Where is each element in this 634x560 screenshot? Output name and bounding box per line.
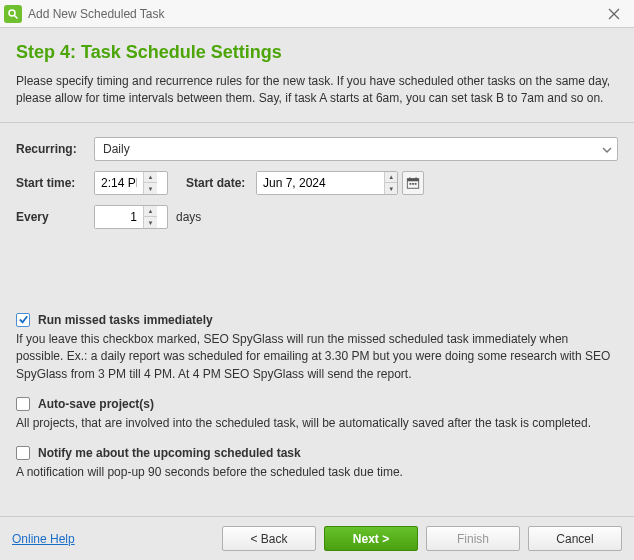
form-area: Recurring: Daily Start time: ▲ ▼ Start d… bbox=[0, 123, 634, 305]
svg-rect-10 bbox=[415, 183, 417, 185]
titlebar: Add New Scheduled Task bbox=[0, 0, 634, 28]
svg-point-0 bbox=[9, 10, 15, 16]
start-time-label: Start time: bbox=[16, 176, 94, 190]
option-run-missed: Run missed tasks immediately If you leav… bbox=[16, 313, 618, 383]
time-spinner[interactable]: ▲ ▼ bbox=[143, 172, 157, 194]
start-time-field[interactable] bbox=[95, 172, 143, 194]
notify-desc: A notification will pop-up 90 seconds be… bbox=[16, 464, 618, 481]
notify-checkbox[interactable] bbox=[16, 446, 30, 460]
cancel-button[interactable]: Cancel bbox=[528, 526, 622, 551]
window-title: Add New Scheduled Task bbox=[28, 7, 600, 21]
every-field[interactable] bbox=[95, 206, 143, 228]
spin-up-icon[interactable]: ▲ bbox=[144, 172, 157, 184]
footer: Online Help < Back Next > Finish Cancel bbox=[0, 516, 634, 560]
every-unit: days bbox=[176, 210, 201, 224]
step-title: Step 4: Task Schedule Settings bbox=[16, 42, 618, 63]
next-button[interactable]: Next > bbox=[324, 526, 418, 551]
auto-save-label: Auto-save project(s) bbox=[38, 397, 154, 411]
calendar-icon bbox=[406, 176, 420, 190]
recurring-select[interactable]: Daily bbox=[94, 137, 618, 161]
auto-save-checkbox[interactable] bbox=[16, 397, 30, 411]
spin-down-icon[interactable]: ▼ bbox=[144, 183, 157, 194]
notify-label: Notify me about the upcoming scheduled t… bbox=[38, 446, 301, 460]
date-spinner[interactable]: ▲ ▼ bbox=[384, 172, 397, 194]
header: Step 4: Task Schedule Settings Please sp… bbox=[0, 28, 634, 123]
option-notify: Notify me about the upcoming scheduled t… bbox=[16, 446, 618, 481]
spin-up-icon[interactable]: ▲ bbox=[144, 206, 157, 218]
start-date-input[interactable]: ▲ ▼ bbox=[256, 171, 398, 195]
start-time-input[interactable]: ▲ ▼ bbox=[94, 171, 168, 195]
back-button[interactable]: < Back bbox=[222, 526, 316, 551]
every-spinner[interactable]: ▲ ▼ bbox=[143, 206, 157, 228]
run-missed-desc: If you leave this checkbox marked, SEO S… bbox=[16, 331, 618, 383]
close-button[interactable] bbox=[600, 3, 628, 25]
option-auto-save: Auto-save project(s) All projects, that … bbox=[16, 397, 618, 432]
options-area: Run missed tasks immediately If you leav… bbox=[0, 305, 634, 506]
run-missed-label: Run missed tasks immediately bbox=[38, 313, 213, 327]
calendar-button[interactable] bbox=[402, 171, 424, 195]
online-help-link[interactable]: Online Help bbox=[12, 532, 75, 546]
every-label: Every bbox=[16, 210, 94, 224]
start-date-label: Start date: bbox=[186, 176, 256, 190]
svg-rect-5 bbox=[407, 178, 418, 181]
auto-save-desc: All projects, that are involved into the… bbox=[16, 415, 618, 432]
svg-rect-8 bbox=[410, 183, 412, 185]
run-missed-checkbox[interactable] bbox=[16, 313, 30, 327]
every-input[interactable]: ▲ ▼ bbox=[94, 205, 168, 229]
recurring-label: Recurring: bbox=[16, 142, 94, 156]
svg-rect-9 bbox=[412, 183, 414, 185]
svg-line-1 bbox=[15, 15, 18, 18]
app-icon bbox=[4, 5, 22, 23]
finish-button: Finish bbox=[426, 526, 520, 551]
start-date-field[interactable] bbox=[257, 172, 384, 194]
spin-up-icon[interactable]: ▲ bbox=[385, 172, 397, 184]
step-description: Please specify timing and recurrence rul… bbox=[16, 73, 618, 108]
recurring-value: Daily bbox=[94, 137, 618, 161]
spin-down-icon[interactable]: ▼ bbox=[144, 217, 157, 228]
spin-down-icon[interactable]: ▼ bbox=[385, 183, 397, 194]
